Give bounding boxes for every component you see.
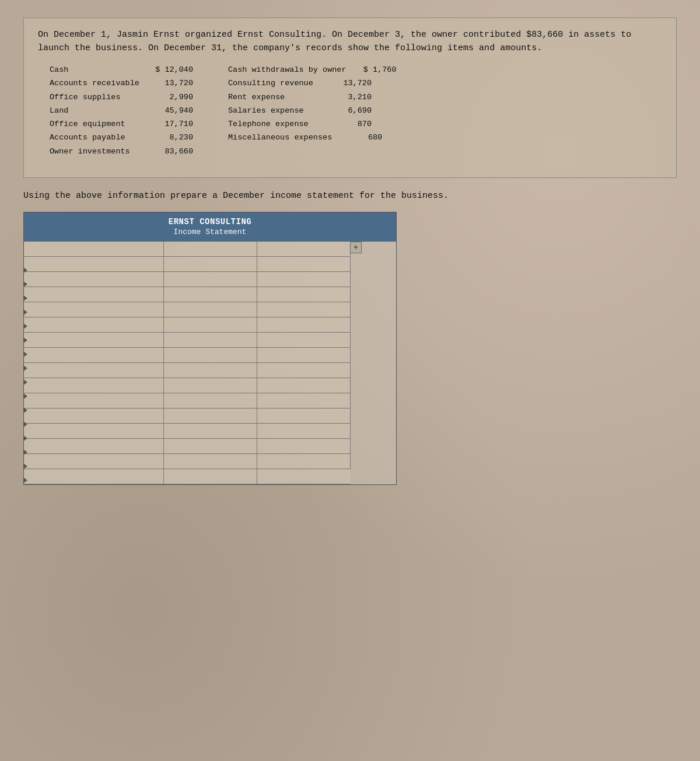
cell-r15-c1[interactable] (164, 469, 257, 484)
cell-input-r12-c0[interactable] (24, 424, 163, 438)
cell-input-r8-c0[interactable] (24, 363, 163, 378)
cell-r6-c0[interactable] (24, 333, 164, 348)
cell-input-r1-c1[interactable] (164, 257, 257, 271)
cell-input-r4-c2[interactable] (257, 302, 350, 317)
cell-input-r14-c1[interactable] (164, 454, 257, 469)
cell-input-r15-c0[interactable] (24, 469, 163, 484)
row-handle-5[interactable] (23, 337, 27, 343)
cell-input-r0-c0[interactable] (24, 242, 163, 256)
cell-r9-c2[interactable] (257, 378, 351, 393)
cell-r15-c0[interactable] (24, 469, 164, 484)
cell-input-r15-c1[interactable] (164, 469, 257, 484)
row-handle-7[interactable] (23, 365, 27, 371)
cell-input-r7-c0[interactable] (24, 348, 163, 362)
cell-r3-c2[interactable] (257, 287, 351, 302)
cell-input-r11-c0[interactable] (24, 409, 163, 423)
cell-input-r2-c1[interactable] (164, 272, 257, 287)
row-handle-6[interactable] (23, 351, 27, 357)
cell-r11-c1[interactable] (164, 409, 257, 424)
cell-input-r3-c1[interactable] (164, 287, 257, 302)
cell-input-r11-c1[interactable] (164, 409, 257, 423)
cell-r12-c0[interactable] (24, 424, 164, 439)
cell-input-r15-c2[interactable] (257, 469, 351, 484)
cell-input-r10-c1[interactable] (164, 393, 257, 408)
cell-input-r13-c2[interactable] (257, 439, 350, 453)
cell-r8-c0[interactable] (24, 363, 164, 378)
cell-r14-c2[interactable] (257, 454, 351, 469)
row-handle-0[interactable] (23, 267, 27, 273)
cell-r10-c1[interactable] (164, 393, 257, 409)
cell-input-r13-c0[interactable] (24, 439, 163, 453)
cell-r1-c2[interactable] (257, 257, 351, 272)
cell-r15-c2[interactable] (257, 469, 351, 484)
cell-r2-c0[interactable] (24, 272, 164, 287)
cell-r14-c1[interactable] (164, 454, 257, 469)
row-handle-9[interactable] (23, 393, 27, 399)
cell-r5-c1[interactable] (164, 317, 257, 333)
cell-r12-c1[interactable] (164, 424, 257, 439)
cell-r11-c2[interactable] (257, 409, 351, 424)
cell-r7-c1[interactable] (164, 348, 257, 363)
add-column-button[interactable]: + (350, 242, 362, 253)
row-handle-2[interactable] (23, 295, 27, 301)
cell-input-r3-c0[interactable] (24, 287, 163, 302)
row-handle-14[interactable] (23, 463, 27, 469)
cell-input-r12-c1[interactable] (164, 424, 257, 438)
cell-input-r9-c1[interactable] (164, 378, 257, 393)
cell-r1-c1[interactable] (164, 257, 257, 272)
row-handle-8[interactable] (23, 379, 27, 385)
cell-r0-c2[interactable]: + (257, 242, 351, 257)
cell-input-r0-c1[interactable] (164, 242, 257, 256)
cell-r0-c0[interactable] (24, 242, 164, 257)
cell-r3-c1[interactable] (164, 287, 257, 302)
cell-input-r10-c0[interactable] (24, 393, 163, 408)
cell-r0-c1[interactable] (164, 242, 257, 257)
cell-r4-c2[interactable] (257, 302, 351, 317)
cell-r13-c0[interactable] (24, 439, 164, 454)
row-handle-3[interactable] (23, 309, 27, 315)
row-handle-12[interactable] (23, 435, 27, 441)
cell-r5-c2[interactable] (257, 317, 351, 333)
cell-input-r9-c2[interactable] (257, 378, 350, 393)
cell-input-r2-c0[interactable] (24, 272, 163, 287)
cell-input-r14-c2[interactable] (257, 454, 350, 469)
cell-input-r6-c2[interactable] (257, 333, 350, 347)
cell-input-r6-c0[interactable] (24, 333, 163, 347)
cell-input-r4-c1[interactable] (164, 302, 257, 317)
cell-r4-c0[interactable] (24, 302, 164, 317)
cell-r7-c0[interactable] (24, 348, 164, 363)
cell-r9-c1[interactable] (164, 378, 257, 393)
cell-input-r5-c1[interactable] (164, 317, 257, 332)
cell-r14-c0[interactable] (24, 454, 164, 469)
row-handle-13[interactable] (23, 449, 27, 455)
row-handle-4[interactable] (23, 323, 27, 329)
cell-input-r1-c0[interactable] (24, 257, 163, 271)
cell-input-r14-c0[interactable] (24, 454, 163, 469)
cell-input-r10-c2[interactable] (257, 393, 350, 408)
cell-input-r6-c1[interactable] (164, 333, 257, 347)
cell-input-r5-c0[interactable] (24, 317, 163, 332)
cell-r6-c1[interactable] (164, 333, 257, 348)
cell-r2-c1[interactable] (164, 272, 257, 287)
cell-input-r7-c1[interactable] (164, 348, 257, 362)
cell-input-r0-c2[interactable] (257, 242, 350, 256)
row-handle-1[interactable] (23, 281, 27, 287)
cell-input-r7-c2[interactable] (257, 348, 350, 362)
cell-r8-c1[interactable] (164, 363, 257, 378)
cell-input-r9-c0[interactable] (24, 378, 163, 393)
cell-r4-c1[interactable] (164, 302, 257, 317)
cell-input-r3-c2[interactable] (257, 287, 350, 302)
cell-input-r5-c2[interactable] (257, 317, 350, 332)
cell-r10-c0[interactable] (24, 393, 164, 409)
cell-r12-c2[interactable] (257, 424, 351, 439)
cell-r6-c2[interactable] (257, 333, 351, 348)
cell-r10-c2[interactable] (257, 393, 351, 409)
cell-input-r13-c1[interactable] (164, 439, 257, 453)
cell-input-r2-c2[interactable] (257, 272, 350, 287)
cell-r2-c2[interactable] (257, 272, 351, 287)
cell-r5-c0[interactable] (24, 317, 164, 333)
cell-input-r11-c2[interactable] (257, 409, 350, 423)
cell-input-r8-c1[interactable] (164, 363, 257, 378)
cell-r1-c0[interactable] (24, 257, 164, 272)
row-handle-15[interactable] (23, 477, 27, 483)
